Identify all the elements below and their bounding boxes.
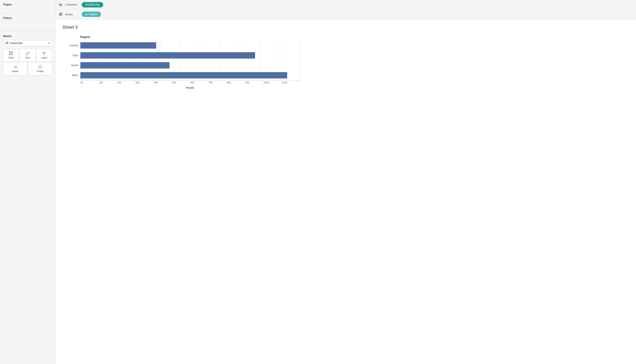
- bar-row: South: [62, 60, 300, 70]
- pages-section: Pages: [0, 0, 55, 14]
- bar-fill[interactable]: [80, 62, 170, 68]
- color-icon: [9, 51, 13, 56]
- size-label: Size: [25, 56, 30, 59]
- marks-buttons-row2: Detail Tooltip: [3, 62, 52, 75]
- bar-fill[interactable]: [80, 42, 156, 48]
- size-icon: [26, 51, 30, 56]
- tooltip-button[interactable]: Tooltip: [28, 62, 52, 75]
- svg-rect-13: [59, 4, 60, 6]
- x-tick: 10K: [99, 80, 117, 84]
- svg-rect-1: [7, 42, 7, 44]
- svg-rect-7: [43, 54, 45, 55]
- bar-label: Central: [62, 44, 80, 47]
- x-tick: 50K: [172, 80, 190, 84]
- svg-rect-5: [43, 52, 46, 53]
- x-tick: 70K: [208, 80, 227, 84]
- rows-pill-label: Region: [89, 13, 97, 16]
- x-tick: 90K: [245, 80, 263, 84]
- bar-chart-icon: [5, 41, 8, 45]
- svg-rect-11: [39, 66, 42, 68]
- x-tick: 110K: [281, 80, 300, 84]
- chart-area: Sheet 5 Region CentralEastSouthWest 0K10…: [56, 19, 636, 364]
- color-button[interactable]: Color: [3, 49, 19, 62]
- svg-rect-15: [61, 4, 61, 6]
- rows-pill-icon: ⊞: [85, 13, 87, 16]
- x-axis-label: Profit: [80, 86, 300, 90]
- marks-label: Marks: [3, 34, 52, 38]
- bar-chart-plot: CentralEastSouthWest 0K10K20K30K40K50K60…: [62, 40, 300, 90]
- columns-label: Columns: [65, 3, 79, 6]
- sidebar: Pages Filters Marks Automatic: [0, 0, 56, 364]
- svg-rect-20: [59, 15, 62, 16]
- marks-section: Marks Automatic: [0, 32, 55, 364]
- label-label: Label: [41, 56, 47, 59]
- marks-type-label: Automatic: [10, 41, 23, 45]
- svg-point-8: [14, 66, 15, 68]
- marks-buttons-row1: Color Size Label: [3, 49, 52, 62]
- svg-rect-17: [59, 13, 62, 13]
- svg-point-9: [16, 66, 17, 67]
- x-axis: 0K10K20K30K40K50K60K70K80K90K100K110K: [80, 80, 300, 84]
- label-icon: [42, 51, 46, 56]
- svg-rect-2: [8, 41, 8, 44]
- x-tick: 100K: [263, 80, 281, 84]
- x-tick: 30K: [135, 80, 153, 84]
- x-tick: 60K: [190, 80, 208, 84]
- detail-label: Detail: [12, 70, 18, 72]
- y-axis-header: Region: [80, 35, 300, 39]
- svg-rect-18: [59, 14, 62, 14]
- filters-label: Filters: [3, 16, 52, 20]
- svg-marker-12: [39, 68, 41, 69]
- x-tick: 0K: [80, 80, 99, 84]
- shelves-panel: Columns SUM(Profit) Rows ⊞ Region: [56, 0, 636, 19]
- columns-pill-label: SUM(Profit): [85, 3, 100, 6]
- svg-point-3: [26, 54, 27, 55]
- tooltip-icon: [38, 65, 42, 69]
- detail-icon: [13, 65, 17, 69]
- tooltip-label: Tooltip: [37, 70, 44, 72]
- svg-rect-19: [59, 14, 62, 15]
- marks-type-dropdown[interactable]: Automatic: [3, 40, 52, 46]
- rows-label: Rows: [65, 13, 79, 16]
- main-area: Columns SUM(Profit) Rows ⊞ Region: [56, 0, 636, 364]
- bar-fill[interactable]: [80, 52, 255, 58]
- chart-container: Region CentralEastSouthWest 0K10K20K30K4…: [62, 35, 300, 90]
- pages-label: Pages: [3, 3, 52, 6]
- rows-icon: [59, 12, 63, 16]
- detail-button[interactable]: Detail: [3, 62, 27, 75]
- bar-label: West: [62, 74, 80, 77]
- svg-point-4: [27, 52, 30, 54]
- bar-label: East: [62, 54, 80, 57]
- svg-rect-0: [6, 42, 6, 44]
- color-label: Color: [8, 56, 14, 59]
- svg-rect-6: [43, 53, 45, 54]
- bar-chart-inner: CentralEastSouthWest: [62, 40, 300, 80]
- size-button[interactable]: Size: [20, 49, 35, 62]
- x-tick: 20K: [117, 80, 135, 84]
- rows-pill[interactable]: ⊞ Region: [82, 12, 101, 17]
- filters-section: Filters: [0, 14, 55, 32]
- bar-row: East: [62, 50, 300, 60]
- dropdown-chevron-icon: [48, 42, 50, 44]
- bar-row: West: [62, 70, 300, 80]
- bar-label: South: [62, 64, 80, 67]
- bar-row: Central: [62, 40, 300, 50]
- svg-point-10: [16, 67, 17, 68]
- chart-title: Sheet 5: [62, 25, 629, 30]
- x-tick: 40K: [153, 80, 172, 84]
- svg-rect-14: [60, 4, 61, 6]
- rows-shelf: Rows ⊞ Region: [56, 10, 636, 19]
- columns-shelf: Columns SUM(Profit): [56, 0, 636, 10]
- label-button[interactable]: Label: [37, 49, 52, 62]
- svg-rect-16: [62, 4, 62, 6]
- columns-icon: [59, 3, 63, 6]
- columns-pill[interactable]: SUM(Profit): [82, 2, 103, 8]
- x-tick: 80K: [227, 80, 245, 84]
- bar-fill[interactable]: [80, 72, 287, 78]
